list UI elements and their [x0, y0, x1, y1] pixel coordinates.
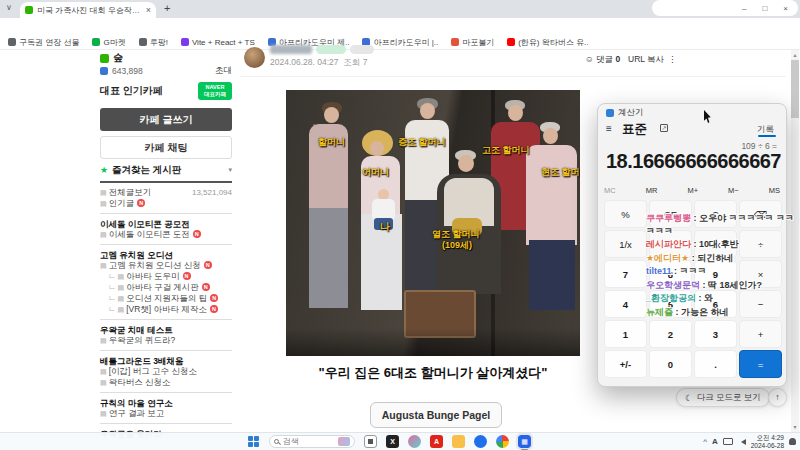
calculator-icon[interactable]: ▦: [518, 435, 531, 448]
tab-close-icon[interactable]: ×: [146, 5, 151, 15]
keep-on-top-icon[interactable]: ↗: [660, 124, 668, 132]
board-menu-item[interactable]: ㄴ▤연구 결과 보고: [100, 408, 232, 419]
calculator-key[interactable]: =: [739, 350, 782, 378]
board-menu-item[interactable]: ㄴ▤[이갑] 버그 고수 신청소: [100, 366, 232, 377]
board-menu-item[interactable]: ㄴ▤인기글N: [100, 198, 232, 209]
cafe-name[interactable]: 숲: [113, 51, 123, 65]
memory-button[interactable]: MR: [646, 186, 658, 195]
calculator-key[interactable]: %: [604, 200, 647, 228]
notification-bell-icon[interactable]: [789, 438, 796, 445]
tray-chevron-icon[interactable]: ^: [703, 437, 707, 446]
calculator-menu-icon[interactable]: ≡: [606, 123, 612, 134]
photo-label: 증조 할머니: [398, 136, 446, 149]
new-badge: N: [193, 230, 201, 238]
favorites-chevron-icon[interactable]: ▾: [228, 166, 232, 174]
bookmark-item[interactable]: Vite + React + TS: [181, 38, 255, 47]
person-head: [324, 107, 339, 123]
calculator-key[interactable]: +: [739, 320, 782, 348]
board-menu: ㄴ▤전체글보기13,521,094 ㄴ▤인기글N ㄴ▤이세돌 이모티콘 공모전 …: [100, 181, 232, 439]
bookmark-item[interactable]: 구독권 연장 선물: [8, 37, 79, 48]
memory-button[interactable]: MC: [604, 186, 616, 195]
new-tab-button[interactable]: +: [164, 2, 170, 14]
taskbar-clock[interactable]: 오전 4:292024-06-28: [751, 434, 784, 449]
board-menu-item[interactable]: ㄴ▤우왁굳 치매 테스트: [100, 319, 232, 335]
board-menu-item[interactable]: ㄴ▤아바타 도우미N: [100, 271, 232, 282]
calculator-key[interactable]: 2: [649, 320, 692, 348]
paint-app-icon[interactable]: [408, 435, 421, 448]
post-author-avatar[interactable]: [244, 47, 265, 68]
calculator-key[interactable]: 3: [694, 320, 737, 348]
memory-button[interactable]: M+: [687, 186, 698, 195]
new-badge: N: [210, 305, 218, 313]
invite-link[interactable]: 초대: [215, 65, 232, 77]
calculator-key[interactable]: .: [694, 350, 737, 378]
bookmarks-bar: 구독권 연장 선물 G마켓 루팡! Vite + React + TS 아프리카…: [0, 35, 800, 50]
person-head: [458, 155, 474, 172]
favorites-label[interactable]: 즐겨찾는 게시판: [112, 164, 181, 177]
scrollbar-up-icon[interactable]: ▴: [791, 51, 799, 58]
memory-button[interactable]: MS: [769, 186, 780, 195]
calculator-key[interactable]: 1/x: [604, 230, 647, 258]
copy-url-button[interactable]: URL 복사: [628, 54, 664, 66]
start-button[interactable]: [248, 436, 260, 448]
bookmark-item[interactable]: 마포불기: [451, 37, 494, 48]
board-menu-item[interactable]: ㄴ▤이세돌 이모티콘 도전N: [100, 229, 232, 240]
minimize-button[interactable]: –: [742, 4, 746, 13]
chat-message: 레시파안다 : 10대 후반: [646, 238, 798, 251]
board-menu-item[interactable]: ㄴ▤배틀그라운드 3배채움: [100, 350, 232, 366]
board-menu-item[interactable]: ㄴ▤아바타 구걸 게시판N: [100, 282, 232, 293]
calculator-key[interactable]: 7: [604, 260, 647, 288]
board-menu-item[interactable]: ㄴ▤왁타버스 신청소: [100, 377, 232, 388]
cafe-chat-button[interactable]: 카페 채팅: [100, 136, 232, 159]
memory-buttons: MCMRM+M−MS: [604, 184, 780, 196]
name-tag-box[interactable]: Augusta Bunge Pagel: [370, 402, 502, 428]
blue-app-icon[interactable]: [474, 435, 487, 448]
bookmark-item[interactable]: (한유) 왁타버스 유..: [507, 37, 588, 48]
calculator-key[interactable]: 0: [649, 350, 692, 378]
page-scrollbar-thumb[interactable]: [791, 60, 799, 118]
bookmark-item[interactable]: 루팡!: [139, 37, 168, 48]
person-body: [526, 145, 577, 245]
task-view-icon[interactable]: [364, 435, 377, 448]
explorer-icon[interactable]: [452, 435, 465, 448]
scroll-to-top-button[interactable]: ↑: [768, 388, 787, 407]
bookmark-favicon: [507, 38, 515, 46]
close-button[interactable]: ×: [783, 4, 788, 13]
dark-mode-button[interactable]: ☾ 다크 모드로 보기: [676, 388, 770, 407]
board-icon: ▤: [100, 231, 107, 238]
chrome-icon[interactable]: [496, 435, 509, 448]
browser-tab[interactable]: 미국 가족사진 대회 우승작 ㅋㅋ ×: [20, 2, 156, 18]
bookmark-item[interactable]: 아프리카도우미 |..: [362, 37, 438, 48]
member-count: 643,898: [112, 66, 143, 76]
volume-icon[interactable]: [738, 439, 746, 445]
board-menu-item[interactable]: ㄴ▤고멤 유치원 오디션: [100, 244, 232, 260]
board-menu-item[interactable]: ㄴ▤[VR챗] 아바타 제작소N: [100, 304, 232, 315]
naver-rep-cafe-badge: NAVER대표카페: [198, 82, 232, 100]
tab-search-chevron-icon[interactable]: ∨: [6, 3, 12, 12]
board-menu-item[interactable]: ㄴ▤전체글보기13,521,094: [100, 187, 232, 198]
cafe-write-button[interactable]: 카페 글쓰기: [100, 108, 232, 131]
taskbar-search[interactable]: 검색: [269, 435, 355, 448]
pdf-app-icon[interactable]: A: [430, 435, 443, 448]
chat-message: 우오학생문덕 : 딱 18세인가?: [646, 279, 798, 292]
favorites-star-icon: ★: [100, 165, 108, 175]
bookmark-item[interactable]: G마켓: [92, 37, 125, 48]
board-menu-item[interactable]: ㄴ▤고멤 유치원 오디션 신청N: [100, 260, 232, 271]
post-menu-icon[interactable]: ⋮: [668, 54, 677, 64]
network-icon[interactable]: [723, 438, 733, 445]
ime-indicator[interactable]: A: [712, 437, 718, 446]
scrollbar-down-icon[interactable]: ▾: [791, 423, 799, 430]
board-menu-item[interactable]: ㄴ▤규칙의 마을 연구소: [100, 392, 232, 408]
history-underline: [758, 135, 776, 137]
board-menu-item[interactable]: ㄴ▤이세돌 이모티콘 공모전: [100, 213, 232, 229]
x-app-icon[interactable]: X: [386, 435, 399, 448]
board-menu-item[interactable]: ㄴ▤우왁굳의 퀴드라?: [100, 335, 232, 346]
maximize-button[interactable]: □: [762, 4, 767, 13]
calculator-mode-label[interactable]: 표준: [622, 121, 647, 138]
comment-count[interactable]: ☺ 댓글 0: [585, 54, 620, 66]
calculator-key[interactable]: 4: [604, 290, 647, 318]
calculator-key[interactable]: 1: [604, 320, 647, 348]
memory-button[interactable]: M−: [728, 186, 739, 195]
calculator-key[interactable]: +/-: [604, 350, 647, 378]
board-menu-item[interactable]: ㄴ▤오디션 지원자들의 팁N: [100, 293, 232, 304]
